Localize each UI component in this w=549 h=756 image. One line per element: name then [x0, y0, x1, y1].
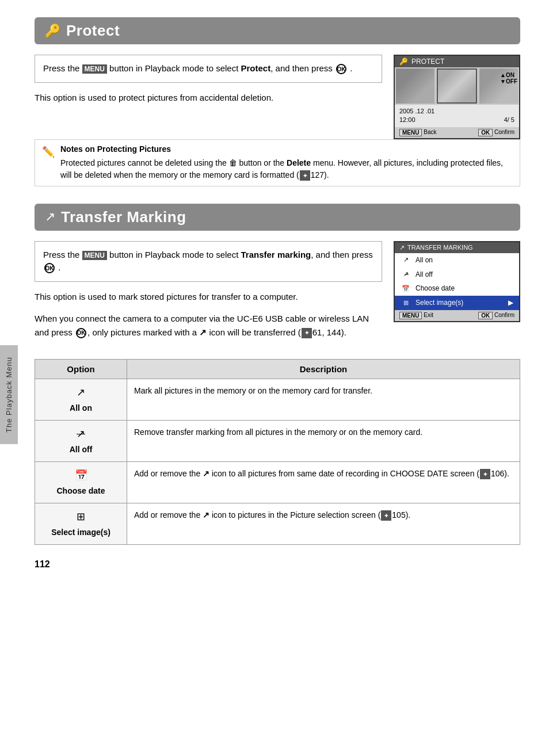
transfer-footer-exit: MENU Exit: [399, 312, 433, 319]
table-cell-choosedate-desc: Add or remove the ↗ icon to all pictures…: [127, 461, 520, 503]
transfer-instruction-text2: button in Playback mode to select Transf…: [109, 250, 373, 259]
alloff-icon: ↗: [42, 426, 120, 442]
transfer-left: Press the MENU button in Playback mode t…: [35, 241, 382, 348]
allon-name: All on: [70, 403, 92, 413]
transfer-header: ↗ Transfer Marking: [35, 204, 520, 231]
protect-screen-title: PROTECT: [411, 58, 444, 66]
transfer-item-label-2: Choose date: [415, 284, 455, 293]
table-cell-allon-desc: Mark all pictures in the memory or on th…: [127, 379, 520, 420]
side-tab: The Playback Menu: [0, 345, 18, 444]
allon-icon: ↗: [42, 385, 120, 400]
protect-ok-btn: OK: [478, 129, 493, 136]
transfer-screen-title: TRANSFER MARKING: [407, 244, 473, 251]
protect-screen-info: 2005 .12 .01 12:00 4/ 5: [395, 105, 519, 127]
table-header-option: Option: [35, 359, 127, 379]
protect-header: 🔑 Protect: [35, 17, 520, 44]
protect-footer-confirm: OK Confirm: [478, 129, 514, 136]
transfer-item-icon-0: ↗: [401, 255, 411, 264]
table-cell-choosedate-option: 📅 Choose date: [35, 461, 127, 503]
table-cell-selectimages-desc: Add or remove the ↗ icon to pictures in …: [127, 503, 520, 544]
transfer-title: Transfer Marking: [61, 208, 186, 226]
table-header-description: Description: [127, 359, 520, 379]
table-row-alloff: ↗ All off Remove transfer marking from a…: [35, 420, 520, 461]
transfer-item-icon-2: 📅: [401, 284, 411, 293]
transfer-menu-item-1: ↗̶ All off: [395, 268, 519, 282]
notes-box: ✏️ Notes on Protecting Pictures Protecte…: [35, 139, 520, 186]
protect-section: 🔑 Protect Press the MENU button in Playb…: [35, 17, 520, 186]
protect-icon: 🔑: [45, 24, 60, 39]
protect-screen-icon: 🔑: [399, 58, 408, 66]
protect-instruction-text-middle: button in Playback mode to select Pro­te…: [109, 63, 335, 73]
protect-menu-btn: MENU: [399, 129, 422, 136]
photo-thumb-1: [396, 68, 434, 104]
transfer-desc1: This option is used to mark stored pictu…: [35, 290, 382, 304]
transfer-item-icon-3: ⊞: [401, 299, 411, 307]
transfer-body: Press the MENU button in Playback mode t…: [35, 241, 520, 348]
transfer-instruction: Press the MENU button in Playback mode t…: [35, 241, 382, 282]
selectimages-icon: ⊞: [42, 509, 120, 525]
protect-instruction: Press the MENU button in Playback mode t…: [35, 55, 382, 83]
transfer-ok-btn: OK: [478, 312, 493, 319]
transfer-footer-confirm: OK Confirm: [478, 312, 514, 319]
protect-instruction-text-end: .: [350, 63, 352, 73]
off-label: ▼OFF: [500, 78, 517, 85]
options-table: Option Description ↗ All on Mark all pic…: [35, 359, 520, 545]
table-cell-alloff-option: ↗ All off: [35, 420, 127, 461]
protect-instruction-text-before: Press the: [43, 63, 82, 73]
table-row-selectimages: ⊞ Select image(s) Add or remove the ↗ ic…: [35, 503, 520, 544]
protect-menu-key: MENU: [82, 64, 107, 74]
notes-title: Notes on Protecting Pictures: [60, 144, 513, 154]
alloff-name: All off: [70, 445, 93, 454]
transfer-menu-key: MENU: [82, 251, 107, 260]
protect-screen-header: 🔑 PROTECT: [395, 56, 519, 67]
choosedate-icon: 📅: [42, 468, 120, 483]
protect-description: This option is used to protect pictures …: [35, 91, 382, 105]
table-cell-allon-option: ↗ All on: [35, 379, 127, 420]
transfer-menu-item-3: ⊞ Select image(s) ▶: [395, 296, 519, 310]
protect-screen-time: 12:00: [399, 116, 434, 124]
transfer-item-label-1: All off: [415, 270, 433, 280]
transfer-screen-header: ↗ TRANSFER MARKING: [395, 242, 519, 253]
protect-ok-circle: OK: [336, 64, 346, 74]
protect-left: Press the MENU button in Playback mode t…: [35, 55, 382, 113]
on-label: ▲ON: [500, 72, 517, 78]
transfer-menu-item-0: ↗ All on: [395, 253, 519, 268]
transfer-menu-item-2: 📅 Choose date: [395, 281, 519, 296]
protect-screen-images: ▲ON ▼OFF: [395, 67, 519, 105]
transfer-menu-btn: MENU: [399, 312, 422, 319]
ref-icon-61: ✦: [302, 328, 312, 338]
table-row-choosedate: 📅 Choose date Add or remove the ↗ icon t…: [35, 461, 520, 503]
transfer-screen-footer: MENU Exit OK Confirm: [395, 310, 519, 321]
protect-body: Press the MENU button in Playback mode t…: [35, 55, 520, 139]
selectimages-name: Select image(s): [51, 528, 110, 537]
protect-screen-count: 4/ 5: [504, 116, 514, 124]
transfer-item-label-3: Select image(s): [415, 298, 463, 308]
ref-icon-106: ✦: [480, 469, 490, 479]
table-cell-alloff-desc: Remove transfer marking from all picture…: [127, 420, 520, 461]
transfer-icon: ↗: [45, 209, 55, 224]
choosedate-name: Choose date: [56, 486, 105, 495]
transfer-item-arrow: ▶: [508, 298, 513, 308]
transfer-desc2: When you connect the camera to a compute…: [35, 312, 382, 339]
photo-thumb-2: [437, 68, 478, 104]
on-off-indicator: ▲ON ▼OFF: [500, 72, 517, 85]
transfer-section: ↗ Transfer Marking Press the MENU button…: [35, 204, 520, 545]
notes-content: Notes on Protecting Pictures Protected p…: [60, 144, 513, 181]
transfer-header-icon: ↗: [399, 244, 405, 251]
ref-icon-105: ✦: [381, 510, 391, 521]
ok-circle-inline: OK: [76, 328, 86, 338]
transfer-camera-screen: ↗ TRANSFER MARKING ↗ All on ↗̶ All off 📅…: [394, 241, 520, 322]
protect-screen-date-time: 2005 .12 .01 12:00: [399, 107, 434, 125]
table-cell-selectimages-option: ⊞ Select image(s): [35, 503, 127, 544]
notes-text: Protected pictures cannot be deleted usi…: [60, 157, 513, 181]
transfer-item-icon-1: ↗̶: [401, 270, 411, 278]
transfer-item-label-0: All on: [415, 255, 433, 265]
protect-screen-date: 2005 .12 .01: [399, 107, 434, 116]
notes-icon: ✏️: [42, 146, 55, 158]
protect-camera-screen: 🔑 PROTECT ▲ON ▼OFF 2005 .12 .01 12:00: [394, 55, 520, 139]
table-row-allon: ↗ All on Mark all pictures in the memory…: [35, 379, 520, 420]
ref-icon-127: ✦: [300, 170, 310, 181]
transfer-instruction-text: Press the: [43, 250, 82, 259]
transfer-ok-circle: OK: [44, 263, 55, 273]
page-container: The Playback Menu 🔑 Protect Press the ME…: [0, 0, 549, 587]
